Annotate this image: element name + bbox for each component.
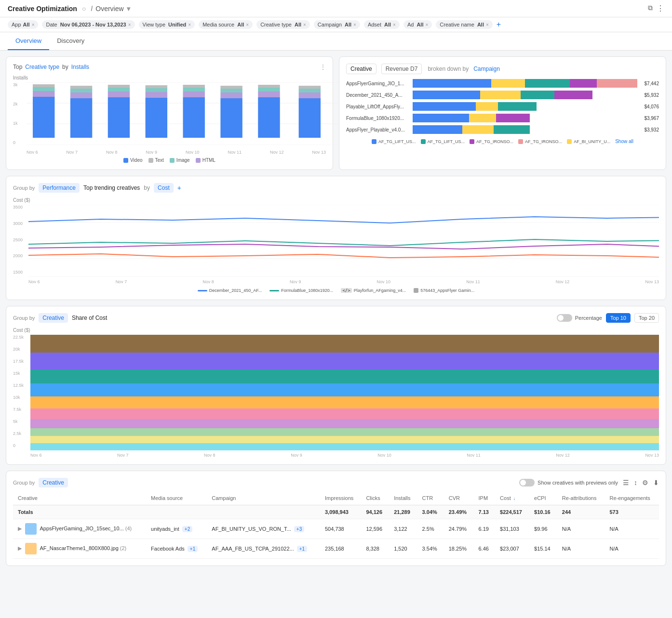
filter-ad[interactable]: Ad All × — [403, 20, 432, 29]
row2-campaign-tag[interactable]: +1 — [297, 546, 307, 552]
top10-button[interactable]: Top 10 — [606, 313, 631, 323]
trend-chart-plot: 3500 3000 2500 2000 1500 — [13, 205, 659, 284]
filter-app-close[interactable]: × — [32, 22, 35, 27]
row1-re-attributions: N/A — [557, 519, 605, 539]
copy-icon[interactable]: ⧉ — [648, 4, 653, 13]
tab-overview[interactable]: Overview — [8, 32, 49, 50]
legend-html-dot — [196, 158, 201, 163]
bar-chart-plot: 3k 2k 1k 0 — [13, 82, 326, 155]
share-cost-svg — [30, 335, 659, 450]
trend-legend-thumb-4 — [414, 288, 418, 293]
y-tick-2k: 2k — [13, 102, 18, 106]
trend-x-labels: Nov 6 Nov 7 Nov 8 Nov 9 Nov 10 Nov 11 No… — [28, 279, 659, 284]
hbar-legend-1: AF_TG_LIFT_US... — [372, 139, 416, 144]
th-cost[interactable]: Cost ↓ — [495, 491, 529, 505]
filter-creative-type-close[interactable]: × — [303, 22, 306, 27]
filter-campaign[interactable]: Campaign All × — [314, 20, 360, 29]
revenue-by-chip[interactable]: Campaign — [473, 66, 500, 72]
more-menu-icon[interactable]: ⋮ — [657, 4, 664, 13]
filter-date[interactable]: Date Nov 06,2023 - Nov 13,2023 × — [42, 20, 134, 29]
bar-chart-menu[interactable]: ⋮ — [320, 64, 326, 70]
bar-chart-area: Installs 3k 2k 1k 0 — [13, 75, 326, 163]
filter-creative-type-label: Creative type — [260, 22, 292, 27]
hbar-legend-4: AF_TG_IRONSO... — [518, 139, 562, 144]
share-x-nov6: Nov 6 — [30, 453, 42, 458]
show-previews-toggle[interactable] — [519, 479, 535, 487]
show-all-link[interactable]: Show all — [615, 139, 633, 144]
revenue-metric-tab[interactable]: Revenue D7 — [381, 64, 422, 74]
rows-icon[interactable]: ☰ — [623, 479, 629, 487]
trend-y-2000: 2000 — [13, 253, 23, 258]
hbar-row-3: Playable_LiftOff_AppsFly... $4,076 — [346, 102, 659, 111]
hbar-label-5: AppsFlyer_Playable_v4.0... — [346, 127, 409, 132]
row2-expand[interactable]: ▶ — [18, 545, 22, 551]
download-icon[interactable]: ⬇ — [653, 479, 659, 487]
filter-date-close[interactable]: × — [128, 22, 131, 27]
hbar-legend-label-5: AF_BI_UNITY_U... — [574, 139, 610, 144]
filter-view-type-label: View type — [143, 22, 166, 27]
filter-adset-close[interactable]: × — [393, 22, 396, 27]
row1-thumb — [25, 523, 37, 535]
table-header-row: Creative Media source Campaign Impressio… — [13, 491, 659, 505]
bar-x-label-nov11: Nov 11 — [228, 150, 242, 155]
title-chevron[interactable]: ▾ — [127, 5, 130, 13]
filter-ad-value: All — [417, 22, 423, 27]
filter-media-source-close[interactable]: × — [246, 22, 249, 27]
table-group-by-chip[interactable]: Creative — [39, 478, 68, 487]
bar-chart-metric-link[interactable]: Installs — [71, 64, 89, 70]
bar-chart-by-label: by — [62, 64, 68, 70]
bar-chart-type-link[interactable]: Creative type — [25, 64, 59, 70]
sort-icon[interactable]: ↕ — [634, 479, 637, 487]
hbar-legend-2: AF_TG_LIFT_US... — [421, 139, 465, 144]
hbar-row-4: FormulaBlue_1080x1920... $3,967 — [346, 114, 659, 122]
hbar-row-2: December_2021_450_A... $5,932 — [346, 91, 659, 99]
settings-icon[interactable]: ⚙ — [642, 479, 648, 487]
share-cost-controls: Percentage Top 10 Top 20 — [557, 313, 659, 323]
svg-rect-17 — [146, 92, 167, 98]
row1-campaign-tag[interactable]: +3 — [294, 526, 304, 532]
trend-add-btn[interactable]: + — [177, 184, 181, 192]
share-y-7k: 7.5k — [13, 407, 24, 412]
trend-group-by-chip[interactable]: Performance — [39, 183, 80, 193]
filter-view-type-close[interactable]: × — [188, 22, 191, 27]
y-axis: 3k 2k 1k 0 — [13, 82, 18, 145]
svg-rect-14 — [108, 88, 130, 92]
share-x-nov13: Nov 13 — [645, 453, 659, 458]
filter-adset[interactable]: Adset All × — [364, 20, 400, 29]
revenue-creative-tab[interactable]: Creative — [346, 64, 376, 74]
percentage-toggle-group: Percentage — [557, 314, 602, 322]
trend-by-chip[interactable]: Cost — [154, 183, 174, 193]
filter-creative-name-close[interactable]: × — [486, 22, 489, 27]
share-y-20k: 20k — [13, 347, 24, 352]
row2-thumb — [25, 543, 37, 554]
row2-media-name: Facebook Ads — [151, 546, 185, 552]
filter-view-type[interactable]: View type Unified × — [139, 20, 195, 29]
filter-app[interactable]: App All × — [8, 20, 38, 29]
share-group-by-chip[interactable]: Creative — [39, 313, 68, 323]
filter-campaign-close[interactable]: × — [353, 22, 356, 27]
share-cost-chart-area: Cost ($) 22.5k 20k 17.5k 15k 12.5k 10k 7… — [13, 328, 659, 458]
row2-media-tag[interactable]: +1 — [188, 546, 198, 552]
hbar-label-3: Playable_LiftOff_AppsFly... — [346, 104, 409, 109]
row1-media-tag[interactable]: +2 — [182, 526, 192, 532]
percentage-toggle[interactable] — [557, 314, 572, 322]
revenue-chart-title-row: Creative Revenue D7 broken down by Campa… — [346, 64, 659, 74]
svg-rect-11 — [70, 86, 92, 89]
hbar-legend-label-2: AF_TG_LIFT_US... — [428, 139, 465, 144]
row1-installs: 3,122 — [389, 519, 417, 539]
filter-ad-close[interactable]: × — [425, 22, 428, 27]
share-cost-y-label: Cost ($) — [13, 328, 659, 333]
svg-rect-45 — [30, 408, 659, 419]
filter-media-source[interactable]: Media source All × — [199, 20, 253, 29]
tab-discovery[interactable]: Discovery — [49, 32, 92, 50]
filter-creative-name[interactable]: Creative name All × — [436, 20, 492, 29]
revenue-chart-card: Creative Revenue D7 broken down by Campa… — [339, 56, 666, 170]
hbar-seg-4a — [413, 114, 469, 122]
hbar-seg-5a — [413, 125, 462, 134]
filter-creative-type[interactable]: Creative type All × — [256, 20, 310, 29]
app-title: Creative Optimization ○ / Overview ▾ — [8, 5, 130, 13]
th-re-engagements: Re-engagements — [605, 491, 659, 505]
add-filter-button[interactable]: + — [497, 20, 501, 29]
top20-button[interactable]: Top 20 — [634, 313, 659, 323]
row1-expand[interactable]: ▶ — [18, 526, 22, 531]
